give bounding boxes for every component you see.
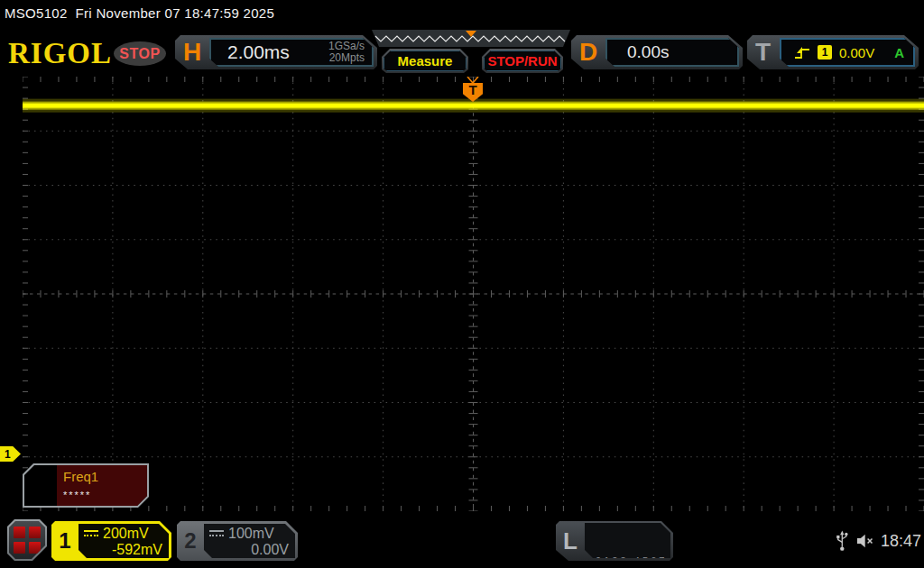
function-navigation-button[interactable] (7, 519, 47, 561)
trigger-value-box: 1 0.00V A (780, 38, 915, 67)
dc-coupling-icon (209, 530, 224, 536)
model-name: MSO5102 (5, 5, 68, 21)
trigger-label: T (755, 38, 771, 67)
delay-panel[interactable]: D 0.00s (571, 35, 743, 69)
ch1-ground-marker[interactable]: 1 (0, 446, 21, 462)
memory-depth: 20Mpts (328, 52, 365, 64)
channel-1-scale: 200mV (103, 525, 149, 542)
waveform-preview-strip[interactable] (372, 30, 570, 47)
graticule-svg (23, 77, 924, 511)
measurement-name: Freq1 (63, 469, 98, 484)
datetime-text: Fri November 07 18:47:59 2025 (76, 5, 275, 21)
acquisition-status-badge: STOP (114, 41, 166, 66)
horizontal-value-box: 2.00ms 1GSa/s 20Mpts (209, 38, 374, 67)
horizontal-panel[interactable]: H 2.00ms 1GSa/s 20Mpts (175, 35, 377, 69)
preview-trigger-position-icon (466, 31, 476, 37)
measurement-box-inner: Freq1 ***** (24, 465, 147, 506)
measurement-box-freq1[interactable]: Freq1 ***** (23, 463, 149, 508)
dc-coupling-icon (84, 530, 98, 536)
channel-2-scale: 100mV (228, 525, 274, 542)
logic-row-1: 0 1 2 3 4 5 6 7 (596, 554, 670, 568)
channel-1-offset: -592mV (84, 542, 162, 558)
rigol-logo: RIGOL (8, 37, 112, 70)
status-icons: 18:47 (836, 527, 921, 554)
delay-value: 0.00s (627, 42, 669, 62)
timebase-value: 2.00ms (227, 41, 328, 63)
trigger-level-value: 0.00V (839, 45, 874, 60)
trigger-position-marker[interactable]: T (462, 77, 484, 102)
channel-1-values: 200mV -592mV (79, 524, 169, 558)
channel-2-number: 2 (177, 521, 204, 561)
clock-text: 18:47 (881, 532, 921, 551)
title-bar: MSO5102 Fri November 07 18:47:59 2025 (5, 5, 274, 21)
measurement-value: ***** (63, 490, 91, 500)
logic-analyzer-badge[interactable]: L 0 1 2 3 4 5 6 7 8 9 1011 12131415 (556, 521, 673, 561)
logic-analyzer-label: L (556, 521, 585, 561)
channel-1-number: 1 (51, 521, 79, 561)
horizontal-label: H (183, 38, 201, 67)
usb-icon (836, 529, 849, 553)
channel-2-values: 100mV 0.00V (204, 524, 295, 558)
oscilloscope-screen: MSO5102 Fri November 07 18:47:59 2025 RI… (0, 0, 924, 568)
channel-2-badge[interactable]: 2 100mV 0.00V (177, 521, 298, 561)
trigger-sweep-mode: A (894, 45, 904, 60)
red-grid-icon (9, 521, 45, 559)
delay-label: D (579, 38, 597, 67)
channel-2-offset: 0.00V (209, 542, 289, 558)
trigger-source-badge: 1 (818, 45, 832, 60)
stop-run-button[interactable]: STOP/RUN (482, 49, 563, 73)
speaker-muted-icon[interactable] (855, 533, 874, 549)
channel-1-badge[interactable]: 1 200mV -592mV (51, 521, 171, 561)
trigger-panel[interactable]: T 1 0.00V A (747, 35, 919, 69)
trigger-open-triangle-icon (467, 77, 479, 84)
measurement-box-red-area: Freq1 ***** (57, 465, 147, 506)
acquisition-rates: 1GSa/s 20Mpts (328, 41, 365, 64)
measure-button[interactable]: Measure (382, 49, 468, 73)
trigger-marker-flag: T (463, 83, 483, 102)
logic-channel-list: 0 1 2 3 4 5 6 7 8 9 1011 12131415 (585, 523, 670, 558)
delay-value-box: 0.00s (605, 38, 739, 67)
rising-edge-trigger-icon (794, 45, 810, 60)
